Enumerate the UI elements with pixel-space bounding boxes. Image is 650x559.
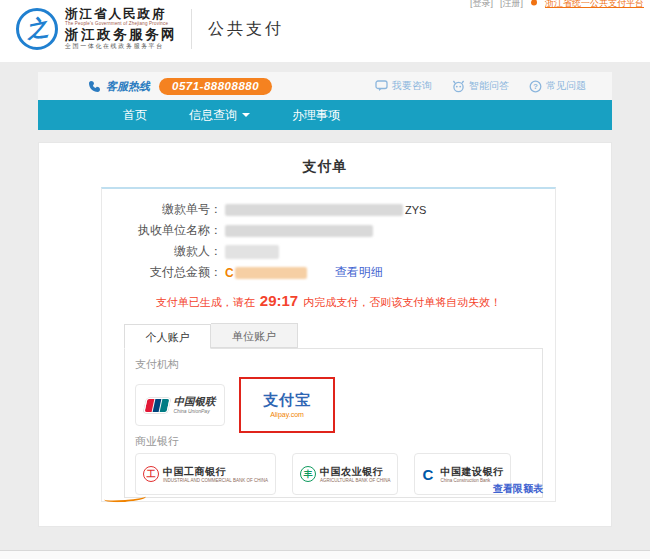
banks-row: 工 中国工商银行 INDUSTRIAL AND COMMERCIAL BANK … [135,453,532,495]
method-name: 中国银联 [174,396,216,408]
hotline-links: 我要咨询 智能问答 ? 常见问题 [375,79,586,93]
bill-number-suffix: ZYS [405,204,426,216]
unionpay-flag-icon [143,398,170,413]
main-nav: 首页 信息查询 办理事项 [38,100,612,130]
icbc-logo-icon: 工 [143,466,159,482]
faq-link[interactable]: ? 常见问题 [529,79,586,93]
bank-caption: INDUSTRIAL AND COMMERCIAL BANK OF CHINA [163,478,268,483]
smart-qa-link[interactable]: 智能问答 [452,79,509,93]
nav-item-info-query[interactable]: 信息查询 [176,107,263,124]
method-caption: Alipay.com [270,411,304,418]
chevron-down-icon [242,113,250,117]
site-header: 之 浙江省人民政府 The People's Government of Zhe… [0,0,650,62]
nav-item-home[interactable]: 首页 [110,107,160,124]
portal-title: 浙江政务服务网 [65,28,177,42]
payment-title: 支付单 [39,143,611,176]
phone-icon [88,80,101,93]
content-wrapper: 客服热线 0571-88808880 我要咨询 智能问答 [38,72,612,527]
bank-abc[interactable]: 丰 中国农业银行 AGRICULTURAL BANK OF CHINA [292,453,399,495]
redacted-value [225,225,373,237]
field-row-bill-number: 缴款单号： ZYS [102,199,555,220]
redacted-amount [235,267,307,279]
alipay-logo: 支付宝 [263,392,311,409]
header-divider [191,9,192,49]
login-link[interactable]: [登录] [470,0,493,10]
faq-label: 常见问题 [546,79,586,93]
hotline-label: 客服热线 [106,79,150,94]
redacted-value [225,204,403,216]
payment-panel: 缴款单号： ZYS 执收单位名称： 缴款人： 支付总金额： C 查看 [101,187,556,502]
portal-tagline: 全国一体化在线政务服务平台 [65,43,177,49]
robot-icon [452,80,465,93]
field-row-collection-unit: 执收单位名称： [102,220,555,241]
page-title: 公共支付 [208,19,284,40]
zhejiang-gov-emblem-icon: 之 [16,8,58,50]
payment-card: 支付单 缴款单号： ZYS 执收单位名称： 缴款人： 支付总金额： [38,142,612,527]
field-label: 支付总金额： [102,264,222,281]
alipay-swoosh-icon [104,493,146,504]
smart-qa-label: 智能问答 [469,79,509,93]
institutions-row: 中国银联 China UnionPay 支付宝 Alipay.com [135,376,532,434]
currency-mark: C [225,266,234,280]
method-alipay-selected[interactable]: 支付宝 Alipay.com [239,377,335,433]
tab-personal-account[interactable]: 个人账户 [124,324,211,349]
svg-text:?: ? [533,82,538,91]
tab-unit-account[interactable]: 单位账户 [211,323,298,348]
hotline-bar: 客服热线 0571-88808880 我要咨询 智能问答 [38,72,612,100]
banks-label: 商业银行 [135,434,532,449]
view-detail-link[interactable]: 查看明细 [335,264,383,281]
account-tabs: 个人账户 单位账户 [124,323,555,348]
field-row-total-amount: 支付总金额： C 查看明细 [102,262,555,283]
ccb-logo-icon: C [422,466,436,483]
abc-logo-icon: 丰 [300,466,316,482]
field-label: 缴款人： [102,243,222,260]
method-caption: China UnionPay [174,408,216,414]
field-label: 执收单位名称： [102,222,222,239]
top-links: [登录] [注册] 浙江省统一公共支付平台 [470,0,644,10]
consult-link[interactable]: 我要咨询 [375,79,432,93]
field-label: 缴款单号： [102,201,222,218]
question-circle-icon: ? [529,80,542,93]
hot-link[interactable]: 浙江省统一公共支付平台 [545,0,644,10]
expiry-warning: 支付单已生成，请在 29:17 内完成支付，否则该支付单将自动失效！ [102,292,555,310]
countdown-timer: 29:17 [258,292,300,309]
gov-title: 浙江省人民政府 [65,8,177,21]
bank-icbc[interactable]: 工 中国工商银行 INDUSTRIAL AND COMMERCIAL BANK … [135,453,276,495]
bank-name: 中国工商银行 [163,466,268,478]
bank-name: 中国建设银行 [440,466,503,478]
institutions-label: 支付机构 [135,357,532,372]
consult-label: 我要咨询 [392,79,432,93]
view-limit-table-link[interactable]: 查看限额表 [493,482,543,496]
chat-bubble-icon [375,80,388,92]
hotline-number: 0571-88808880 [159,78,272,95]
redacted-value [225,245,279,259]
bank-caption: AGRICULTURAL BANK OF CHINA [320,478,391,483]
bank-name: 中国农业银行 [320,466,391,478]
register-link[interactable]: [注册] [500,0,523,10]
method-unionpay[interactable]: 中国银联 China UnionPay [135,384,225,426]
flame-icon [530,0,538,6]
payment-methods-panel: 支付机构 中国银联 China UnionPay 支付宝 [124,348,543,498]
brand-text: 浙江省人民政府 The People's Government of Zheji… [65,8,177,49]
horizontal-scrollbar[interactable] [0,550,650,559]
field-row-payer: 缴款人： [102,241,555,262]
nav-item-handle-matters[interactable]: 办理事项 [279,107,353,124]
